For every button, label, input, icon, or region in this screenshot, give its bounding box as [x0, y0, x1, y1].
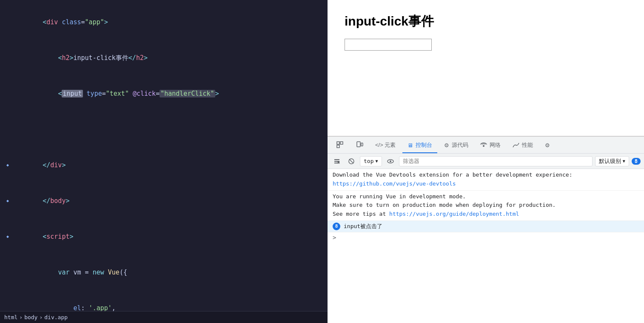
console-message-2: You are running Vue in development mode.… [328, 191, 644, 221]
dropdown-arrow: ▼ [375, 159, 378, 163]
tab-sources-icon: ⚙ [444, 142, 449, 149]
tab-device[interactable] [350, 138, 368, 153]
tab-network-icon [480, 142, 487, 149]
tab-sources[interactable]: ⚙ 源代码 [439, 138, 473, 153]
svg-line-12 [349, 159, 353, 163]
handler-highlight: "handlerClick" [160, 90, 215, 97]
code-area: <div class="app"> <h2>input-click事件</h2>… [0, 0, 328, 311]
breadcrumb-html[interactable]: html [4, 314, 17, 320]
code-line-2: <h2>input-click事件</h2> [0, 40, 328, 76]
code-line-10: var vm = new Vue({ [0, 254, 328, 290]
level-selector[interactable]: 默认级别 ▼ [595, 156, 629, 166]
attr-class: class [62, 18, 81, 26]
attr-val-app: "app" [85, 18, 104, 26]
log-repeat-badge: 8 [333, 223, 340, 230]
block-button[interactable] [345, 156, 357, 166]
code-line-5 [0, 123, 328, 135]
deployment-link[interactable]: https://vuejs.org/guide/deployment.html [389, 211, 519, 217]
tab-inspect[interactable] [331, 138, 349, 153]
bracket: < [43, 18, 46, 26]
tab-console[interactable]: 🖥 控制台 [402, 138, 437, 153]
level-label: 默认级别 [599, 157, 621, 165]
tab-elements-label: </> 元素 [375, 141, 396, 149]
console-message-3: 8 input被点击了 [328, 221, 644, 232]
svg-point-14 [390, 160, 391, 162]
line-content-2: <h2>input-click事件</h2> [12, 40, 323, 76]
tab-settings[interactable]: ⚙ [540, 138, 555, 153]
right-panel: input-click事件 [328, 0, 644, 323]
svg-rect-6 [334, 159, 339, 160]
code-line-8: </body> [0, 183, 328, 219]
level-dropdown-arrow: ▼ [623, 159, 625, 163]
preview-input[interactable] [345, 39, 432, 51]
svg-rect-1 [340, 142, 343, 144]
tab-perf-label: 性能 [522, 141, 533, 149]
context-selector[interactable]: top ▼ [360, 156, 382, 166]
preview-area: input-click事件 [328, 0, 644, 136]
filter-input[interactable] [399, 156, 593, 166]
code-editor: <div class="app"> <h2>input-click事件</h2>… [0, 0, 328, 323]
devtools-toolbar: top ▼ 默认级别 ▼ 8 [328, 154, 644, 169]
inspect-icon [336, 141, 344, 150]
devtools-panel: </> 元素 🖥 控制台 ⚙ 源代码 网络 [328, 136, 644, 323]
eye-button[interactable] [385, 156, 396, 166]
top-label: top [364, 158, 373, 164]
code-line-7: </div> [0, 147, 328, 183]
tab-sources-label: 源代码 [452, 141, 468, 149]
tab-network-label: 网络 [490, 141, 501, 149]
log-text: input被点击了 [344, 223, 382, 230]
tab-elements[interactable]: </> 元素 [370, 138, 401, 153]
console-output: Download the Vue Devtools extension for … [328, 169, 644, 323]
code-line-6 [0, 135, 328, 147]
line-content-3: <input type="text" @click="handlerClick"… [12, 76, 323, 111]
code-line-4 [0, 111, 328, 123]
code-line-11: el: '.app', [0, 290, 328, 311]
preview-title: input-click事件 [345, 13, 627, 30]
breadcrumb-body[interactable]: body [24, 314, 37, 320]
svg-rect-8 [334, 163, 338, 163]
code-line-9: <script> [0, 219, 328, 254]
tab-console-label: 控制台 [416, 141, 432, 149]
message-count-badge: 8 [632, 158, 641, 165]
vue-devtools-link[interactable]: https://github.com/vuejs/vue-devtools [333, 180, 456, 187]
svg-rect-0 [337, 142, 339, 144]
svg-rect-7 [334, 161, 339, 162]
tab-perf-icon [513, 142, 519, 149]
tab-network[interactable]: 网络 [475, 138, 506, 153]
tab-console-icon: 🖥 [407, 142, 413, 149]
settings-icon: ⚙ [545, 142, 550, 149]
svg-point-5 [483, 145, 484, 147]
line-content-1: <div class="app"> [12, 4, 323, 40]
console-message-1: Download the Vue Devtools extension for … [328, 169, 644, 191]
console-prompt[interactable]: > [328, 232, 644, 243]
clear-console-button[interactable] [331, 156, 343, 166]
code-line-3: <input type="text" @click="handlerClick"… [0, 76, 328, 111]
tab-performance[interactable]: 性能 [507, 138, 538, 153]
svg-rect-4 [361, 143, 363, 146]
breadcrumb-divapp[interactable]: div.app [44, 314, 68, 320]
device-icon [356, 141, 363, 150]
svg-rect-2 [337, 145, 339, 148]
devtools-tabs: </> 元素 🖥 控制台 ⚙ 源代码 网络 [328, 137, 644, 154]
breadcrumb: html › body › div.app [0, 311, 328, 323]
tag-div: div [46, 18, 58, 26]
code-line-1: <div class="app"> [0, 4, 328, 40]
input-tag-highlight: input [62, 90, 83, 97]
svg-rect-3 [357, 142, 360, 147]
